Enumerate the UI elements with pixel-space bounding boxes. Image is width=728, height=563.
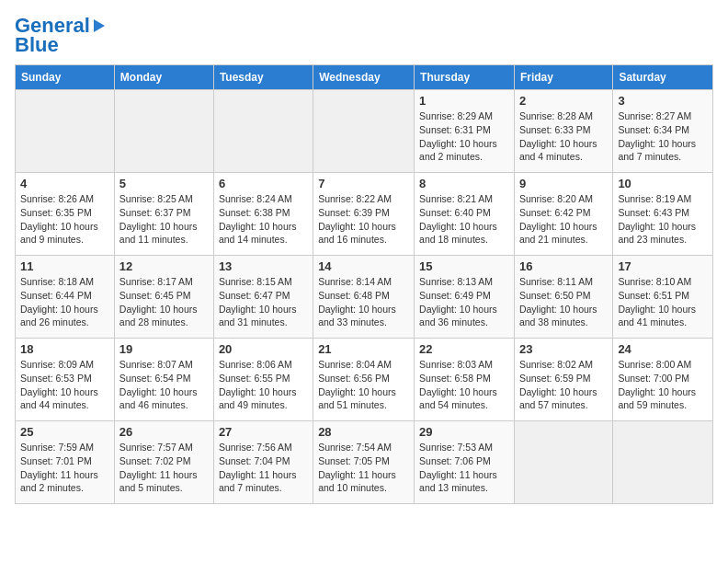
day-info: Sunrise: 7:53 AM Sunset: 7:06 PM Dayligh… <box>419 441 509 495</box>
day-number: 25 <box>20 425 109 439</box>
calendar-cell: 15Sunrise: 8:13 AM Sunset: 6:49 PM Dayli… <box>415 256 515 339</box>
day-info: Sunrise: 7:54 AM Sunset: 7:05 PM Dayligh… <box>318 441 409 495</box>
calendar-week-row: 11Sunrise: 8:18 AM Sunset: 6:44 PM Dayli… <box>16 256 713 339</box>
day-number: 28 <box>318 425 409 439</box>
day-info: Sunrise: 8:18 AM Sunset: 6:44 PM Dayligh… <box>20 275 109 329</box>
calendar-cell: 20Sunrise: 8:06 AM Sunset: 6:55 PM Dayli… <box>213 339 313 421</box>
calendar-cell: 4Sunrise: 8:26 AM Sunset: 6:35 PM Daylig… <box>16 173 115 256</box>
calendar-cell: 27Sunrise: 7:56 AM Sunset: 7:04 PM Dayli… <box>213 421 313 504</box>
header-saturday: Saturday <box>613 65 713 90</box>
day-number: 17 <box>618 259 708 273</box>
day-info: Sunrise: 7:59 AM Sunset: 7:01 PM Dayligh… <box>20 441 109 495</box>
day-info: Sunrise: 8:28 AM Sunset: 6:33 PM Dayligh… <box>519 109 608 164</box>
calendar-cell: 10Sunrise: 8:19 AM Sunset: 6:43 PM Dayli… <box>613 173 713 256</box>
day-info: Sunrise: 7:57 AM Sunset: 7:02 PM Dayligh… <box>119 441 209 495</box>
calendar-cell: 12Sunrise: 8:17 AM Sunset: 6:45 PM Dayli… <box>114 256 213 339</box>
calendar-cell: 5Sunrise: 8:25 AM Sunset: 6:37 PM Daylig… <box>114 173 213 256</box>
day-info: Sunrise: 8:25 AM Sunset: 6:37 PM Dayligh… <box>119 192 209 247</box>
day-info: Sunrise: 8:14 AM Sunset: 6:48 PM Dayligh… <box>318 275 409 329</box>
day-info: Sunrise: 8:27 AM Sunset: 6:34 PM Dayligh… <box>618 109 708 164</box>
day-info: Sunrise: 8:02 AM Sunset: 6:59 PM Dayligh… <box>519 358 608 412</box>
day-info: Sunrise: 8:22 AM Sunset: 6:39 PM Dayligh… <box>318 192 409 247</box>
logo: General Blue <box>15 15 107 57</box>
day-number: 7 <box>318 177 409 190</box>
day-number: 4 <box>20 177 109 190</box>
calendar-cell: 2Sunrise: 8:28 AM Sunset: 6:33 PM Daylig… <box>514 90 612 173</box>
calendar-cell: 3Sunrise: 8:27 AM Sunset: 6:34 PM Daylig… <box>613 90 713 173</box>
day-info: Sunrise: 8:15 AM Sunset: 6:47 PM Dayligh… <box>219 275 308 329</box>
day-number: 14 <box>318 259 409 273</box>
day-number: 12 <box>119 259 209 273</box>
day-info: Sunrise: 8:21 AM Sunset: 6:40 PM Dayligh… <box>419 192 509 247</box>
calendar-table: SundayMondayTuesdayWednesdayThursdayFrid… <box>15 64 713 504</box>
day-info: Sunrise: 8:06 AM Sunset: 6:55 PM Dayligh… <box>219 358 308 412</box>
calendar-cell: 18Sunrise: 8:09 AM Sunset: 6:53 PM Dayli… <box>16 339 115 421</box>
calendar-cell: 19Sunrise: 8:07 AM Sunset: 6:54 PM Dayli… <box>114 339 213 421</box>
calendar-cell: 8Sunrise: 8:21 AM Sunset: 6:40 PM Daylig… <box>415 173 515 256</box>
day-number: 20 <box>219 342 308 356</box>
header-monday: Monday <box>114 65 213 90</box>
calendar-cell: 23Sunrise: 8:02 AM Sunset: 6:59 PM Dayli… <box>514 339 612 421</box>
calendar-cell: 17Sunrise: 8:10 AM Sunset: 6:51 PM Dayli… <box>613 256 713 339</box>
day-number: 9 <box>519 177 608 190</box>
calendar-cell: 1Sunrise: 8:29 AM Sunset: 6:31 PM Daylig… <box>415 90 515 173</box>
day-info: Sunrise: 8:29 AM Sunset: 6:31 PM Dayligh… <box>419 109 509 164</box>
calendar-cell <box>514 421 612 504</box>
calendar-cell <box>213 90 313 173</box>
calendar-cell: 29Sunrise: 7:53 AM Sunset: 7:06 PM Dayli… <box>415 421 515 504</box>
day-number: 16 <box>519 259 608 273</box>
day-info: Sunrise: 8:17 AM Sunset: 6:45 PM Dayligh… <box>119 275 209 329</box>
calendar-cell <box>16 90 115 173</box>
calendar-cell: 24Sunrise: 8:00 AM Sunset: 7:00 PM Dayli… <box>613 339 713 421</box>
day-info: Sunrise: 8:04 AM Sunset: 6:56 PM Dayligh… <box>318 358 409 412</box>
day-info: Sunrise: 8:00 AM Sunset: 7:00 PM Dayligh… <box>618 358 708 412</box>
calendar-cell: 25Sunrise: 7:59 AM Sunset: 7:01 PM Dayli… <box>16 421 115 504</box>
day-info: Sunrise: 8:11 AM Sunset: 6:50 PM Dayligh… <box>519 275 608 329</box>
calendar-cell: 13Sunrise: 8:15 AM Sunset: 6:47 PM Dayli… <box>213 256 313 339</box>
calendar-week-row: 1Sunrise: 8:29 AM Sunset: 6:31 PM Daylig… <box>16 90 713 173</box>
calendar-cell: 28Sunrise: 7:54 AM Sunset: 7:05 PM Dayli… <box>313 421 415 504</box>
day-info: Sunrise: 7:56 AM Sunset: 7:04 PM Dayligh… <box>219 441 308 495</box>
day-number: 22 <box>419 342 509 356</box>
day-info: Sunrise: 8:07 AM Sunset: 6:54 PM Dayligh… <box>119 358 209 412</box>
calendar-cell: 11Sunrise: 8:18 AM Sunset: 6:44 PM Dayli… <box>16 256 115 339</box>
day-number: 2 <box>519 94 608 108</box>
calendar-cell <box>313 90 415 173</box>
day-info: Sunrise: 8:13 AM Sunset: 6:49 PM Dayligh… <box>419 275 509 329</box>
day-number: 6 <box>219 177 308 190</box>
page-header: General Blue <box>15 15 713 57</box>
calendar-cell: 16Sunrise: 8:11 AM Sunset: 6:50 PM Dayli… <box>514 256 612 339</box>
day-number: 1 <box>419 94 509 108</box>
day-number: 19 <box>119 342 209 356</box>
header-tuesday: Tuesday <box>213 65 313 90</box>
day-number: 18 <box>20 342 109 356</box>
day-number: 27 <box>219 425 308 439</box>
logo-bottom-text: Blue <box>15 33 59 57</box>
calendar-cell: 7Sunrise: 8:22 AM Sunset: 6:39 PM Daylig… <box>313 173 415 256</box>
day-number: 23 <box>519 342 608 356</box>
calendar-cell: 14Sunrise: 8:14 AM Sunset: 6:48 PM Dayli… <box>313 256 415 339</box>
day-number: 11 <box>20 259 109 273</box>
header-wednesday: Wednesday <box>313 65 415 90</box>
header-friday: Friday <box>514 65 612 90</box>
day-number: 29 <box>419 425 509 439</box>
day-number: 13 <box>219 259 308 273</box>
day-number: 5 <box>119 177 209 190</box>
day-number: 3 <box>618 94 708 108</box>
header-sunday: Sunday <box>16 65 115 90</box>
calendar-cell: 26Sunrise: 7:57 AM Sunset: 7:02 PM Dayli… <box>114 421 213 504</box>
day-info: Sunrise: 8:03 AM Sunset: 6:58 PM Dayligh… <box>419 358 509 412</box>
day-number: 21 <box>318 342 409 356</box>
day-number: 8 <box>419 177 509 190</box>
calendar-week-row: 4Sunrise: 8:26 AM Sunset: 6:35 PM Daylig… <box>16 173 713 256</box>
day-info: Sunrise: 8:24 AM Sunset: 6:38 PM Dayligh… <box>219 192 308 247</box>
calendar-header-row: SundayMondayTuesdayWednesdayThursdayFrid… <box>16 65 713 90</box>
day-number: 24 <box>618 342 708 356</box>
logo-arrow-icon <box>90 17 107 34</box>
calendar-cell <box>613 421 713 504</box>
calendar-cell <box>114 90 213 173</box>
day-info: Sunrise: 8:20 AM Sunset: 6:42 PM Dayligh… <box>519 192 608 247</box>
calendar-cell: 9Sunrise: 8:20 AM Sunset: 6:42 PM Daylig… <box>514 173 612 256</box>
svg-marker-0 <box>94 19 105 32</box>
calendar-cell: 22Sunrise: 8:03 AM Sunset: 6:58 PM Dayli… <box>415 339 515 421</box>
